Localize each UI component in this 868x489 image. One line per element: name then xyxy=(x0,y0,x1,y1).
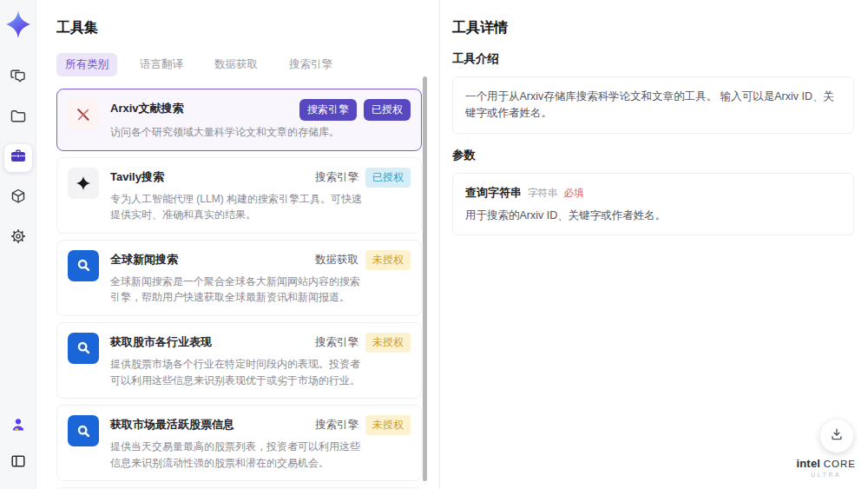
intel-sub-text: ULTRA xyxy=(796,472,856,479)
tool-description: 专为人工智能代理 (LLM) 构建的搜索引擎工具。可快速提供实时、准确和真实的结… xyxy=(110,191,367,223)
tool-name: 获取市场最活跃股票信息 xyxy=(110,415,234,433)
arxiv-logo-icon xyxy=(68,99,99,130)
sidebar-bottom xyxy=(4,413,32,477)
param-description: 用于搜索的Arxiv ID、关键字或作者姓名。 xyxy=(465,208,841,223)
chat-icon xyxy=(10,68,27,89)
tool-name: Tavily搜索 xyxy=(110,168,164,185)
magnifier-icon xyxy=(68,415,99,446)
sidebar-nav xyxy=(4,64,32,252)
intro-heading: 工具介绍 xyxy=(452,51,854,67)
sidebar-item-tools[interactable] xyxy=(4,144,32,172)
params-heading: 参数 xyxy=(452,148,854,163)
tool-description: 全球新闻搜索是一个聚合全球各大新闻网站内容的搜索引擎，帮助用户快速获取全球最新资… xyxy=(110,274,367,306)
sidebar-item-chat[interactable] xyxy=(4,64,32,92)
tool-card-global-news-search[interactable]: 全球新闻搜索 数据获取 未授权 全球新闻搜索是一个聚合全球各大新闻网站内容的搜索… xyxy=(56,240,422,316)
sparkle-star-icon xyxy=(68,168,99,199)
category-label: 搜索引擎 xyxy=(315,333,358,353)
list-scrollbar[interactable] xyxy=(423,76,427,481)
tool-detail-panel: 工具详情 工具介绍 一个用于从Arxiv存储库搜索科学论文和文章的工具。 输入可… xyxy=(439,0,868,489)
status-badge: 未授权 xyxy=(365,415,411,435)
tab-search-engine[interactable]: 搜索引擎 xyxy=(280,53,341,76)
category-badge[interactable]: 搜索引擎 xyxy=(299,99,357,121)
tab-data-fetch[interactable]: 数据获取 xyxy=(206,53,266,76)
toolbox-icon xyxy=(10,148,27,169)
sidebar-item-settings[interactable] xyxy=(4,224,32,252)
app-logo[interactable] xyxy=(5,10,31,38)
intel-brand-text: intel xyxy=(796,457,820,470)
magnifier-icon xyxy=(68,250,99,281)
user-profile-button[interactable] xyxy=(4,413,32,440)
intel-core-text: CORE xyxy=(824,459,856,469)
param-type: 字符串 xyxy=(528,187,558,200)
cube-icon xyxy=(10,188,27,208)
sidebar-item-models[interactable] xyxy=(4,184,32,212)
sidebar-item-files[interactable] xyxy=(4,104,32,132)
status-badge: 未授权 xyxy=(365,333,411,353)
intro-card: 一个用于从Arxiv存储库搜索科学论文和文章的工具。 输入可以是Arxiv ID… xyxy=(452,76,854,134)
intel-core-logo: intel CORE ULTRA xyxy=(796,458,856,479)
tool-name: Arxiv文献搜索 xyxy=(110,99,184,116)
collapse-sidebar-button[interactable] xyxy=(4,449,32,477)
tool-card-tavily[interactable]: Tavily搜索 搜索引擎 已授权 专为人工智能代理 (LLM) 构建的搜索引擎… xyxy=(56,157,422,234)
detail-title: 工具详情 xyxy=(452,19,854,37)
tool-description: 提供股票市场各个行业在特定时间段内的表现。投资者可以利用这些信息来识别表现优于或… xyxy=(110,356,367,388)
tool-card-most-active-stocks[interactable]: 获取市场最活跃股票信息 搜索引擎 未授权 提供当天交易量最高的股票列表，投资者可… xyxy=(56,405,422,481)
tool-name: 全球新闻搜索 xyxy=(110,250,178,268)
status-badge: 已授权 xyxy=(365,168,411,188)
download-icon xyxy=(829,426,845,446)
tab-language-translation[interactable]: 语言翻译 xyxy=(131,53,192,76)
panel-toggle-icon xyxy=(10,453,27,473)
tool-description: 提供当天交易量最高的股票列表，投资者可以利用这些信息来识别流动性强的股票和潜在的… xyxy=(110,439,367,471)
category-label: 数据获取 xyxy=(315,250,358,270)
sidebar xyxy=(0,0,36,489)
category-label: 搜索引擎 xyxy=(315,415,358,435)
param-required-badge: 必填 xyxy=(564,187,584,200)
user-avatar-icon xyxy=(10,416,27,437)
tab-all-categories[interactable]: 所有类别 xyxy=(56,53,117,76)
folder-icon xyxy=(10,108,27,129)
category-label: 搜索引擎 xyxy=(315,168,358,188)
status-badge: 未授权 xyxy=(365,250,411,270)
tool-list: Arxiv文献搜索 搜索引擎 已授权 访问各个研究领域大量科学论文和文章的存储库… xyxy=(56,89,422,489)
intro-text: 一个用于从Arxiv存储库搜索科学论文和文章的工具。 输入可以是Arxiv ID… xyxy=(465,89,841,122)
param-card: 查询字符串 字符串 必填 用于搜索的Arxiv ID、关键字或作者姓名。 xyxy=(452,173,854,235)
tool-card-arxiv[interactable]: Arxiv文献搜索 搜索引擎 已授权 访问各个研究领域大量科学论文和文章的存储库… xyxy=(56,89,422,151)
tool-name: 获取股市各行业表现 xyxy=(110,333,212,350)
param-name: 查询字符串 xyxy=(465,185,522,201)
category-tabs: 所有类别 语言翻译 数据获取 搜索引擎 xyxy=(56,53,422,76)
download-button[interactable] xyxy=(820,420,853,453)
tool-description: 访问各个研究领域大量科学论文和文章的存储库。 xyxy=(110,124,367,141)
status-badge[interactable]: 已授权 xyxy=(364,99,411,121)
gear-icon xyxy=(10,228,27,248)
tool-list-panel: 工具集 所有类别 语言翻译 数据获取 搜索引擎 Arxiv文献搜索 xyxy=(36,0,439,489)
tool-card-sector-performance[interactable]: 获取股市各行业表现 搜索引擎 未授权 提供股票市场各个行业在特定时间段内的表现。… xyxy=(56,322,422,399)
page-title: 工具集 xyxy=(56,19,422,37)
magnifier-icon xyxy=(68,333,99,364)
app-window: 工具集 所有类别 语言翻译 数据获取 搜索引擎 Arxiv文献搜索 xyxy=(0,0,868,489)
